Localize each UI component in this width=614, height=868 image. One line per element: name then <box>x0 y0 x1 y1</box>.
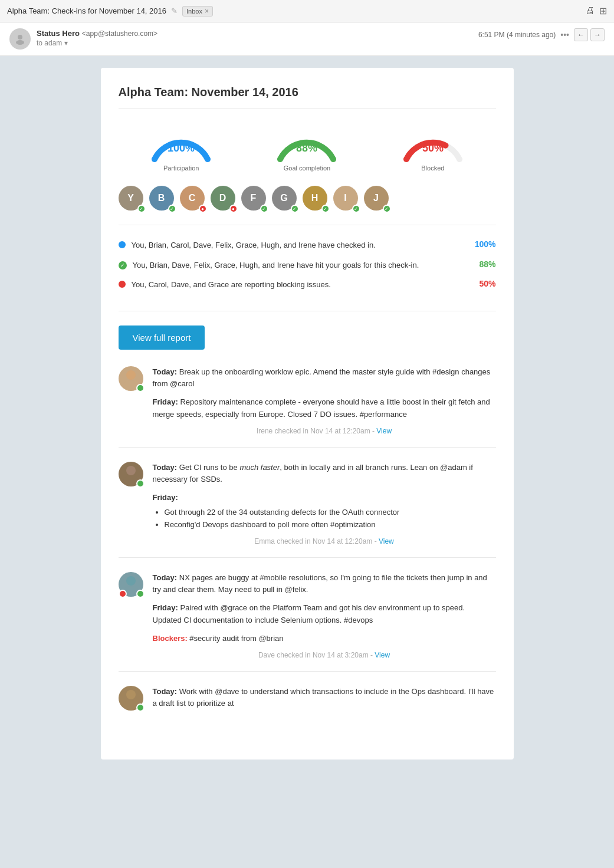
avatar-status-2: ✓ <box>168 205 176 213</box>
bullet-2-emma: Reconfig'd Devops dashboard to poll more… <box>165 519 496 531</box>
goal-completion-label: Goal completion <box>284 165 331 172</box>
checkin-meta-emma: Emma checked in Nov 14 at 12:20am - View <box>153 537 496 545</box>
friday-label-emma: Friday: <box>153 493 178 502</box>
next-email-button[interactable]: → <box>590 28 605 41</box>
email-subject: Alpha Team: Check-ins for November 14, 2… <box>7 6 166 15</box>
today-label-felix: Today: <box>153 687 178 696</box>
avatar-status-7: ✓ <box>321 205 330 213</box>
avatar-9: J ✓ <box>364 186 391 213</box>
checkin-friday-irene: Friday: Repository maintenance complete … <box>153 396 496 421</box>
email-body-area: Alpha Team: November 14, 2016 100% Parti… <box>0 56 614 771</box>
friday-label-dave: Friday: <box>153 603 178 612</box>
sender-line: Status Hero <app@statushero.com> <box>37 28 472 38</box>
avatar-status-8: ✓ <box>352 205 360 213</box>
svg-point-8 <box>126 466 136 475</box>
nav-arrows: ← → <box>574 28 605 41</box>
sender-name: Status Hero <box>37 29 80 38</box>
email-header: Status Hero <app@statushero.com> to adam… <box>0 22 614 56</box>
email-card: Alpha Team: November 14, 2016 100% Parti… <box>101 68 514 760</box>
more-options-icon[interactable]: ••• <box>560 30 569 40</box>
avatar-6: G ✓ <box>272 186 299 213</box>
email-timestamp: 6:51 PM (4 minutes ago) <box>478 31 556 39</box>
checkin-view-dave[interactable]: View <box>375 651 390 659</box>
checkin-meta-irene: Irene checked in Nov 14 at 12:20am - Vie… <box>153 427 496 435</box>
checkin-status-dave-green <box>136 590 145 598</box>
svg-point-0 <box>18 35 22 40</box>
checkin-blockers-dave: Blockers: #security audit from @brian <box>153 633 496 645</box>
stat-pct-goal: 88% <box>479 259 495 269</box>
svg-point-10 <box>126 576 136 586</box>
avatar-2: B ✓ <box>149 186 176 213</box>
checkin-today-dave: Today: NX pages are buggy at #mobile res… <box>153 572 496 597</box>
friday-label-irene: Friday: <box>153 397 178 406</box>
checkin-today-irene: Today: Break up the onboarding worklow e… <box>153 366 496 391</box>
checkin-today-felix: Today: Work with @dave to understand whi… <box>153 686 496 711</box>
avatar-status-9: ✓ <box>383 205 391 213</box>
checkin-status-dave-red <box>119 590 127 598</box>
stat-text-participation: You, Brian, Carol, Dave, Felix, Grace, H… <box>132 239 469 251</box>
svg-point-5 <box>126 370 136 380</box>
inbox-tab[interactable]: Inbox × <box>182 6 213 17</box>
stat-pct-participation: 100% <box>475 239 496 249</box>
today-label-dave: Today: <box>153 573 178 582</box>
checkin-friday-emma: Friday: Got through 22 of the 34 outstan… <box>153 492 496 531</box>
checkin-status-irene <box>136 384 145 392</box>
popout-icon[interactable]: ⊞ <box>599 5 607 17</box>
checkin-status-emma <box>136 479 145 488</box>
participation-gauge-svg: 100% <box>146 121 216 162</box>
svg-text:50%: 50% <box>422 142 444 154</box>
today-label-emma: Today: <box>153 463 178 472</box>
participation-gauge: 100% Participation <box>140 121 222 172</box>
checkin-view-irene[interactable]: View <box>376 427 392 435</box>
checkin-avatar-emma <box>119 462 145 488</box>
goal-completion-gauge: 88% Goal completion <box>265 121 348 172</box>
checkin-avatar-dave <box>119 572 145 598</box>
checkin-content-emma: Today: Get CI runs to be much faster, bo… <box>153 462 496 545</box>
to-dropdown-icon[interactable]: ▾ <box>64 39 68 47</box>
blocked-gauge-svg: 50% <box>398 121 468 162</box>
participation-label: Participation <box>163 165 199 172</box>
checkin-felix: Today: Work with @dave to understand whi… <box>119 686 496 728</box>
edit-icon: ✎ <box>171 6 178 15</box>
avatar-status-3: ● <box>199 205 207 213</box>
inbox-label: Inbox <box>186 8 202 15</box>
checkin-today-emma: Today: Get CI runs to be much faster, bo… <box>153 462 496 486</box>
avatar-status-5: ✓ <box>260 205 268 213</box>
svg-text:100%: 100% <box>168 142 195 154</box>
stat-goal: ✓ You, Brian, Dave, Felix, Grace, Hugh, … <box>119 259 496 271</box>
avatar-3: C ● <box>180 186 207 213</box>
avatar-status-4: ● <box>229 205 238 213</box>
stat-dot-blocked <box>119 281 126 288</box>
print-icon[interactable]: 🖨 <box>585 5 595 17</box>
prev-email-button[interactable]: ← <box>574 28 588 41</box>
checkin-friday-dave: Friday: Paired with @grace on the Platfo… <box>153 602 496 627</box>
checkin-content-felix: Today: Work with @dave to understand whi… <box>153 686 496 716</box>
avatar-4: D ● <box>211 186 238 213</box>
team-avatars-row: Y ✓ B ✓ C ● D ● F ✓ <box>119 186 496 225</box>
title-bar: Alpha Team: Check-ins for November 14, 2… <box>0 0 614 22</box>
gauges-row: 100% Participation 88% Goal completion 5 <box>119 121 496 172</box>
checkin-emma: Today: Get CI runs to be much faster, bo… <box>119 462 496 558</box>
checkin-content-irene: Today: Break up the onboarding worklow e… <box>153 366 496 435</box>
stat-dot-participation <box>119 241 126 248</box>
stat-dot-goal: ✓ <box>119 261 127 269</box>
stat-participation: You, Brian, Carol, Dave, Felix, Grace, H… <box>119 239 496 251</box>
view-full-report-button[interactable]: View full report <box>119 326 205 350</box>
tab-close-button[interactable]: × <box>205 7 209 15</box>
avatar-7: H ✓ <box>303 186 330 213</box>
checkin-bullets-emma: Got through 22 of the 34 outstanding def… <box>165 507 496 531</box>
blocked-label: Blocked <box>421 165 444 172</box>
sender-info: Status Hero <app@statushero.com> to adam… <box>37 28 472 47</box>
svg-point-12 <box>126 690 136 699</box>
checkin-view-emma[interactable]: View <box>379 537 394 545</box>
stat-text-blocked: You, Carol, Dave, and Grace are reportin… <box>132 279 474 291</box>
avatar-status-6: ✓ <box>291 205 299 213</box>
email-meta: 6:51 PM (4 minutes ago) ••• ← → <box>478 28 605 41</box>
svg-text:88%: 88% <box>296 142 317 154</box>
checkin-status-felix <box>136 703 145 712</box>
stats-list: You, Brian, Carol, Dave, Felix, Grace, H… <box>119 239 496 311</box>
avatar-status-1: ✓ <box>137 205 146 213</box>
sender-email: <app@statushero.com> <box>82 29 157 38</box>
avatar-5: F ✓ <box>241 186 268 213</box>
stat-blocked: You, Carol, Dave, and Grace are reportin… <box>119 279 496 291</box>
